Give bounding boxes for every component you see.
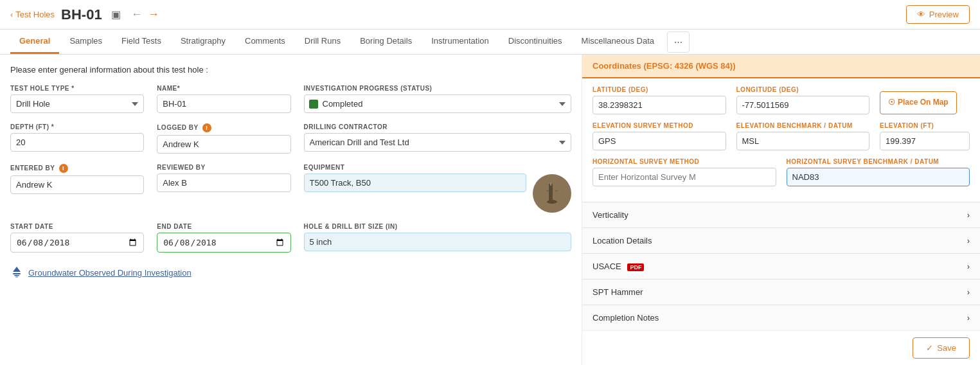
start-date-input[interactable] xyxy=(10,233,144,253)
tab-stratigraphy[interactable]: Stratigraphy xyxy=(172,30,235,54)
location-details-section: Location Details › xyxy=(582,227,980,253)
next-button[interactable]: → xyxy=(147,6,161,22)
equipment-input[interactable] xyxy=(304,174,527,192)
logged-by-group: LOGGED BY i xyxy=(157,123,290,154)
horiz-survey-label: HORIZONTAL SURVEY METHOD xyxy=(592,158,776,165)
elev-benchmark-input[interactable] xyxy=(736,132,870,150)
equipment-col: EQUIPMENT xyxy=(304,164,527,192)
form-intro: Please enter general information about t… xyxy=(10,65,571,75)
spt-hammer-header[interactable]: SPT Hammer › xyxy=(582,280,980,305)
place-on-map-wrapper: ☉ Place On Map xyxy=(880,86,970,114)
longitude-label: LONGITUDE (DEG) xyxy=(736,86,870,93)
location-details-header[interactable]: Location Details › xyxy=(582,228,980,253)
name-label: NAME* xyxy=(157,85,290,92)
tab-instrumentation[interactable]: Instrumentation xyxy=(422,30,498,54)
drilling-contractor-select[interactable]: American Drill and Test Ltd xyxy=(304,133,572,152)
reviewed-by-label: REVIEWED BY xyxy=(157,164,290,171)
reviewed-by-input[interactable] xyxy=(157,174,290,192)
equipment-group: EQUIPMENT xyxy=(304,164,527,192)
place-on-map-button[interactable]: ☉ Place On Map xyxy=(880,91,957,114)
hole-type-label: TEST HOLE TYPE * xyxy=(10,85,144,92)
longitude-group: LONGITUDE (DEG) xyxy=(736,86,870,114)
check-icon: ✓ xyxy=(926,343,933,353)
prev-button[interactable]: ← xyxy=(130,6,144,22)
preview-button[interactable]: 👁 Preview xyxy=(906,5,970,24)
end-date-label: END DATE xyxy=(157,223,290,230)
tab-boring-details[interactable]: Boring Details xyxy=(351,30,421,54)
tab-discontinuities[interactable]: Discontinuities xyxy=(499,30,571,54)
latitude-label: LATITUDE (DEG) xyxy=(592,86,726,93)
tab-drill-runs[interactable]: Drill Runs xyxy=(296,30,350,54)
name-group: NAME* xyxy=(157,85,290,113)
end-date-input[interactable] xyxy=(157,233,290,253)
chevron-down-icon: › xyxy=(967,210,970,220)
drilling-contractor-group: DRILLING CONTRACTOR American Drill and T… xyxy=(304,123,572,154)
groundwater-icon xyxy=(10,265,23,280)
back-label: Test Holes xyxy=(15,10,55,19)
hole-drill-group: HOLE & DRILL BIT SIZE (IN) xyxy=(304,223,572,253)
photo-thumbnail[interactable] xyxy=(533,174,571,213)
more-tabs-button[interactable]: ⋯ xyxy=(667,31,690,53)
depth-input[interactable] xyxy=(10,133,144,152)
entered-by-input[interactable] xyxy=(10,175,144,194)
svg-rect-3 xyxy=(546,190,549,191)
save-bar: ✓ Save xyxy=(582,330,980,365)
svg-rect-9 xyxy=(15,277,18,278)
hole-drill-input[interactable] xyxy=(304,233,572,251)
back-arrow-icon: ‹ xyxy=(10,10,13,19)
completion-notes-label: Completion Notes xyxy=(592,313,659,323)
elevation-input[interactable] xyxy=(880,132,970,150)
back-link[interactable]: ‹ Test Holes xyxy=(10,10,55,19)
elev-survey-input[interactable] xyxy=(592,132,726,150)
tab-comments[interactable]: Comments xyxy=(236,30,294,54)
end-date-group: END DATE xyxy=(157,223,290,253)
equipment-photo-row: EQUIPMENT xyxy=(304,164,572,213)
logged-by-input[interactable] xyxy=(157,135,290,154)
hole-type-select[interactable]: Drill Hole Test Pit Auger xyxy=(10,94,144,113)
horiz-survey-input[interactable] xyxy=(592,168,776,186)
usace-label-wrapper: USACE PDF xyxy=(592,262,644,271)
reviewed-by-group: REVIEWED BY xyxy=(157,164,290,213)
logged-by-label: LOGGED BY i xyxy=(157,123,290,132)
save-label: Save xyxy=(937,343,956,353)
verticality-section: Verticality › xyxy=(582,202,980,227)
investigation-group: INVESTIGATION PROGRESS (STATUS) Complete… xyxy=(304,85,572,113)
verticality-header[interactable]: Verticality › xyxy=(582,202,980,227)
investigation-select[interactable]: Completed In Progress Planned xyxy=(304,94,572,113)
left-panel: Please enter general information about t… xyxy=(0,55,582,365)
elev-benchmark-label: ELEVATION BENCHMARK / DATUM xyxy=(736,122,870,129)
usace-section: USACE PDF › xyxy=(582,253,980,279)
right-panel: Coordinates (EPSG: 4326 (WGS 84)) LATITU… xyxy=(582,55,980,365)
horiz-benchmark-input[interactable] xyxy=(787,168,970,186)
tab-field-tests[interactable]: Field Tests xyxy=(112,30,170,54)
drilling-contractor-label: DRILLING CONTRACTOR xyxy=(304,123,572,130)
copy-button[interactable]: ▣ xyxy=(109,7,123,22)
tab-samples[interactable]: Samples xyxy=(60,30,111,54)
save-button[interactable]: ✓ Save xyxy=(913,337,970,359)
groundwater-link[interactable]: Groundwater Observed During Investigatio… xyxy=(28,268,192,278)
usace-header[interactable]: USACE PDF › xyxy=(582,254,980,279)
coords-body: LATITUDE (DEG) LONGITUDE (DEG) ☉ Place O… xyxy=(582,78,980,202)
horiz-benchmark-group: HORIZONTAL SURVEY BENCHMARK / DATUM xyxy=(787,158,970,186)
tabs-bar: General Samples Field Tests Stratigraphy… xyxy=(0,30,980,55)
name-input[interactable] xyxy=(157,94,290,113)
svg-point-5 xyxy=(547,200,557,204)
hole-type-group: TEST HOLE TYPE * Drill Hole Test Pit Aug… xyxy=(10,85,144,113)
chevron-down-icon-comp: › xyxy=(967,313,970,323)
completion-notes-header[interactable]: Completion Notes › xyxy=(582,305,980,330)
tab-misc-data[interactable]: Miscellaneous Data xyxy=(573,30,663,54)
horiz-survey-group: HORIZONTAL SURVEY METHOD xyxy=(592,158,776,186)
elev-survey-label: ELEVATION SURVEY METHOD xyxy=(592,122,726,129)
equipment-label: EQUIPMENT xyxy=(304,164,527,171)
main-content: Please enter general information about t… xyxy=(0,55,980,365)
location-details-label: Location Details xyxy=(592,236,652,245)
status-select-wrapper: Completed In Progress Planned xyxy=(304,94,572,113)
tab-general[interactable]: General xyxy=(10,30,59,54)
elevation-label: ELEVATION (FT) xyxy=(880,122,970,129)
depth-group: DEPTH (FT) * xyxy=(10,123,144,154)
longitude-input[interactable] xyxy=(736,96,870,114)
entered-by-group: ENTERED BY i xyxy=(10,164,144,213)
spt-hammer-section: SPT Hammer › xyxy=(582,279,980,305)
latitude-input[interactable] xyxy=(592,96,726,114)
completion-notes-section: Completion Notes › xyxy=(582,305,980,330)
